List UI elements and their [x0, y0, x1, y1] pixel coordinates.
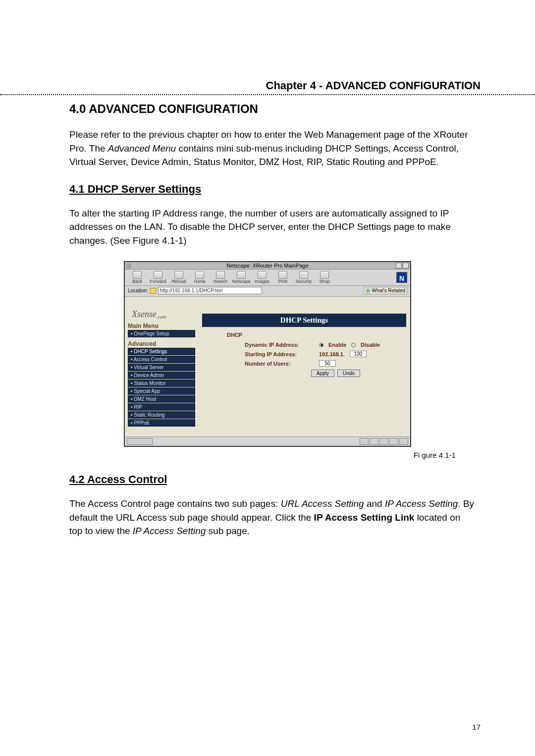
sidebar-item-status[interactable]: Status Monitor [128, 379, 195, 387]
whats-related-button[interactable]: What's Related [364, 287, 408, 294]
chapter-header: Chapter 4 - ADVANCED CONFIGURATION [50, 79, 485, 92]
logo-text: Xsense [132, 309, 157, 320]
sidebar-item-label: Static Routing [131, 412, 165, 418]
reload-button[interactable]: Reload [169, 271, 188, 284]
netscape-label: Netscape [232, 279, 251, 284]
section-4-1-paragraph: To alter the starting IP Address range, … [69, 207, 476, 248]
intro-paragraph: Please refer to the previous chapter on … [69, 128, 476, 169]
forward-label: Forward [150, 279, 166, 284]
security-icon [299, 271, 308, 279]
disable-radio[interactable] [351, 343, 356, 347]
page-number: 17 [472, 723, 481, 731]
whats-related-label: What's Related [372, 288, 406, 293]
main-menu-heading: Main Menu [128, 323, 195, 329]
advanced-heading: Advanced [128, 340, 195, 347]
window-close-icon[interactable] [403, 263, 409, 269]
sidebar-item-dhcp[interactable]: DHCP Settings [128, 348, 195, 355]
row-dynamic-ip: Dynamic IP Address: Enable Disable [227, 342, 402, 348]
p42-bold: IP Access Setting Link [314, 512, 415, 523]
related-icon [366, 288, 371, 293]
p42-b: and [364, 498, 385, 509]
p42-a: The Access Control page contains two sub… [69, 498, 281, 509]
sidebar-item-access[interactable]: Access Control [128, 356, 195, 363]
sidebar-item-label: OnePage Setup [131, 331, 169, 336]
header-divider [0, 94, 535, 95]
sidebar-item-special[interactable]: Special App [128, 387, 195, 395]
images-label: Images [255, 279, 269, 284]
shop-button[interactable]: Shop [315, 271, 334, 284]
images-button[interactable]: Images [253, 271, 271, 284]
netscape-logo-icon: N [396, 272, 407, 283]
dynamic-ip-label: Dynamic IP Address: [245, 342, 314, 348]
figure-4-1-1: Netscape: XRouter Pro MainPage Back Forw… [50, 261, 485, 447]
window-titlebar: Netscape: XRouter Pro MainPage [125, 262, 410, 270]
status-progress-icon [127, 438, 153, 445]
sidebar-item-static[interactable]: Static Routing [128, 411, 195, 419]
apply-button[interactable]: Apply [311, 370, 334, 377]
bookmark-icon[interactable] [150, 288, 156, 294]
sidebar-item-virtual[interactable]: Virtual Server [128, 364, 195, 371]
sidebar-item-label: Virtual Server [131, 365, 164, 370]
netscape-button[interactable]: Netscape [232, 271, 251, 284]
reload-label: Reload [172, 279, 186, 284]
p42-italic3: IP Access Setting [133, 526, 206, 536]
figure-caption: Fi gure 4.1-1 [50, 451, 456, 459]
security-button[interactable]: Security [294, 271, 313, 284]
row-starting-ip: Starting IP Address: 192.168.1. [227, 351, 402, 357]
sidebar-item-label: Access Control [131, 357, 167, 362]
search-icon [216, 271, 225, 279]
security-label: Security [296, 279, 312, 284]
location-bar: Location: http://192.168.1.1/DHCP.htm Wh… [125, 286, 410, 297]
titlebar-handle-icon [126, 263, 131, 268]
status-icon [379, 438, 388, 445]
panel-title: DHCP Settings [202, 314, 406, 327]
num-users-input[interactable] [319, 360, 336, 367]
shop-label: Shop [320, 279, 330, 284]
print-icon [278, 271, 287, 279]
sidebar-item-label: RIP [131, 404, 142, 410]
netscape-icon [237, 271, 246, 279]
sidebar-item-dmz[interactable]: DMZ Host [128, 395, 195, 403]
print-button[interactable]: Print [273, 271, 292, 284]
home-icon [195, 271, 204, 279]
sidebar-item-label: Status Monitor [131, 380, 166, 386]
sidebar-item-label: DHCP Settings [131, 349, 167, 354]
status-icon [370, 438, 378, 445]
status-icon [399, 438, 408, 445]
browser-toolbar: Back Forward Reload Home Search Netscape… [125, 270, 410, 286]
enable-radio[interactable] [319, 343, 323, 347]
back-button[interactable]: Back [128, 271, 147, 284]
starting-ip-input[interactable] [350, 351, 367, 357]
logo-sub: .com [157, 314, 166, 320]
section-4-2-paragraph: The Access Control page contains two sub… [69, 497, 476, 538]
status-icon [360, 438, 369, 445]
home-button[interactable]: Home [190, 271, 209, 284]
sidebar-item-device[interactable]: Device Admin [128, 372, 195, 379]
reload-icon [174, 271, 183, 279]
row-num-users: Number of Users: [227, 360, 402, 367]
home-label: Home [194, 279, 206, 284]
p42-italic2: IP Access Setting [385, 498, 458, 509]
url-input[interactable]: http://192.168.1.1/DHCP.htm [158, 287, 262, 294]
starting-ip-prefix: 192.168.1. [319, 351, 345, 357]
main-heading: 4.0 ADVANCED CONFIGURATION [69, 102, 485, 116]
location-label: Location: [128, 288, 148, 293]
status-icon [389, 438, 398, 445]
search-button[interactable]: Search [211, 271, 230, 284]
sidebar-item-onepage[interactable]: OnePage Setup [128, 330, 195, 337]
undo-button[interactable]: Undo [337, 370, 360, 377]
browser-window: Netscape: XRouter Pro MainPage Back Forw… [124, 261, 411, 447]
sidebar-item-pppoe[interactable]: PPPoE [128, 419, 195, 427]
p42-e: sub page. [206, 526, 250, 536]
starting-ip-label: Starting IP Address: [245, 351, 314, 357]
forward-button[interactable]: Forward [149, 271, 167, 284]
disable-label: Disable [361, 342, 380, 348]
sidebar-item-rip[interactable]: RIP [128, 403, 195, 411]
num-users-label: Number of Users: [245, 361, 314, 367]
window-minimize-icon[interactable] [396, 263, 402, 269]
p42-italic1: URL Access Setting [281, 498, 364, 509]
images-icon [258, 271, 267, 279]
sidebar-item-label: PPPoE [131, 420, 150, 426]
search-label: Search [214, 279, 228, 284]
shop-icon [320, 271, 329, 279]
